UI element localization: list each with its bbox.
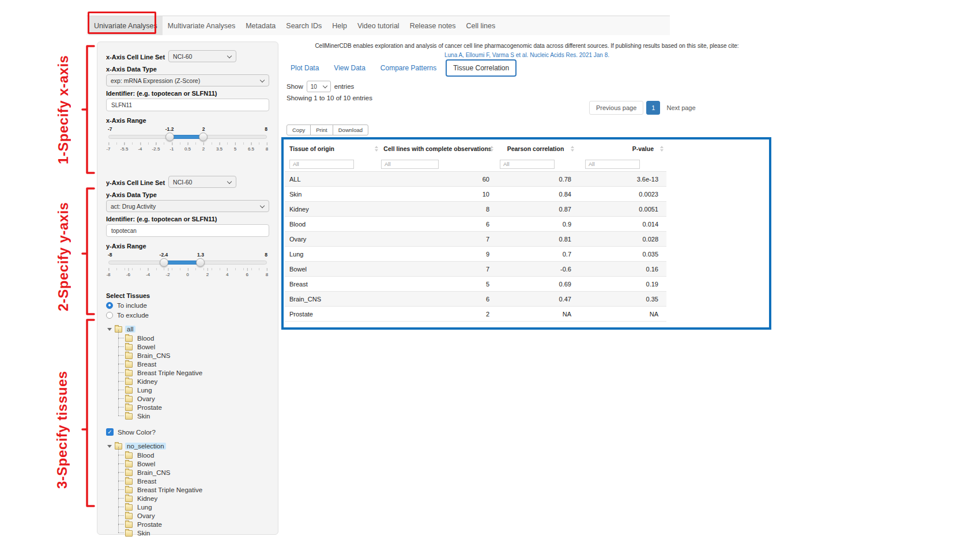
filter-input-p-value[interactable]: All xyxy=(585,160,640,169)
sort-down-arrow xyxy=(490,149,493,152)
y-axis-range-slider[interactable]: -88-2.41.3-8-6-4-202468 xyxy=(108,252,267,281)
tree-caret-icon[interactable] xyxy=(107,328,112,333)
column-header-p-value[interactable]: P-value xyxy=(576,145,665,152)
slider-handle-high[interactable] xyxy=(196,258,205,267)
navbar: Univariate AnalysesMultivariate Analyses… xyxy=(86,16,670,35)
tree-node-brain-cns[interactable]: Brain_CNS xyxy=(116,468,269,477)
folder-icon xyxy=(125,335,133,342)
tree-node-breast[interactable]: Breast xyxy=(116,360,269,368)
data-table: Tissue of originCell lines with complete… xyxy=(285,141,666,322)
tree-caret-icon[interactable] xyxy=(107,445,112,450)
folder-icon xyxy=(125,413,133,420)
tree-node-breast[interactable]: Breast xyxy=(116,477,269,485)
tree-node-prostate[interactable]: Prostate xyxy=(116,403,269,412)
previous-page-button[interactable]: Previous page xyxy=(589,101,643,115)
folder-icon xyxy=(125,530,133,537)
page-1-button[interactable]: 1 xyxy=(646,101,660,115)
folder-icon xyxy=(125,344,133,350)
table-row-brain-cns: Brain_CNS60.470.35 xyxy=(285,292,666,307)
tree-node-kidney[interactable]: Kidney xyxy=(116,377,269,386)
print-button[interactable]: Print xyxy=(310,124,333,135)
next-page-button[interactable]: Next page xyxy=(663,101,699,114)
x-axis-range-slider[interactable]: -78-1.22-7-5.5-4-2.5-10.523.556.58 xyxy=(108,126,267,155)
download-button[interactable]: Download xyxy=(333,124,368,135)
nav-item-multivariate-analyses[interactable]: Multivariate Analyses xyxy=(163,16,240,35)
folder-icon xyxy=(125,461,133,467)
slider-tick-label: 2 xyxy=(206,272,209,277)
tree-root-node: all xyxy=(107,324,269,334)
nav-item-search-ids[interactable]: Search IDs xyxy=(281,16,327,35)
tree-node-breast-triple-negative[interactable]: Breast Triple Negative xyxy=(116,485,269,494)
nav-item-release-notes[interactable]: Release notes xyxy=(405,16,461,35)
y-axis-cell-line-set-value: NCI-60 xyxy=(173,179,192,186)
filter-input-cell-lines-with-complete-observations[interactable]: All xyxy=(381,160,439,169)
tree-node-lung[interactable]: Lung xyxy=(116,503,269,511)
tree-root-node: no_selection xyxy=(107,441,269,451)
tree-node-all[interactable]: all xyxy=(125,326,135,333)
chevron-down-icon xyxy=(260,203,265,208)
tab-compare-patterns[interactable]: Compare Patterns xyxy=(375,60,442,76)
citation-link[interactable]: Luna A, Elloumi F, Varma S et al. Nuclei… xyxy=(281,52,772,58)
tree-node-bowel[interactable]: Bowel xyxy=(116,459,269,468)
copy-button[interactable]: Copy xyxy=(287,124,311,135)
tab-plot-data[interactable]: Plot Data xyxy=(285,60,325,76)
tree-node-brain-cns[interactable]: Brain_CNS xyxy=(116,351,269,360)
tree-node-bowel[interactable]: Bowel xyxy=(116,342,269,351)
tree-node-breast-triple-negative[interactable]: Breast Triple Negative xyxy=(116,368,269,377)
chevron-down-icon xyxy=(260,78,265,82)
x-axis-cell-line-set-value: NCI-60 xyxy=(173,53,192,60)
show-color-checkbox[interactable]: ✓ Show Color? xyxy=(106,428,269,436)
slider-track[interactable] xyxy=(108,261,267,265)
x-axis-identifier-label: Identifier: (e.g. topotecan or SLFN11) xyxy=(106,90,269,97)
slider-handle-high[interactable] xyxy=(199,133,208,141)
column-header-pearson-correlation[interactable]: Pearson correlation xyxy=(495,145,576,152)
tab-view-data[interactable]: View Data xyxy=(328,60,371,76)
tab-tissue-correlation[interactable]: Tissue Correlation xyxy=(446,59,517,77)
tree-node-prostate[interactable]: Prostate xyxy=(116,520,269,529)
y-axis-cell-line-set-select[interactable]: NCI-60 xyxy=(168,176,236,188)
x-axis-data-type-value: exp: mRNA Expression (Z-Score) xyxy=(111,77,200,84)
tree-node-kidney[interactable]: Kidney xyxy=(116,494,269,503)
nav-item-cell-lines[interactable]: Cell lines xyxy=(461,16,501,35)
pagination: Previous page 1 Next page xyxy=(589,101,699,115)
tree-node-ovary[interactable]: Ovary xyxy=(116,394,269,403)
nav-item-help[interactable]: Help xyxy=(327,16,352,35)
sort-down-arrow xyxy=(571,149,574,152)
slider-tick-label: 3.5 xyxy=(216,146,223,152)
tree-node-ovary[interactable]: Ovary xyxy=(116,511,269,520)
y-axis-data-type-select[interactable]: act: Drug Activity xyxy=(106,200,269,212)
tree-node-skin[interactable]: Skin xyxy=(116,412,269,420)
entries-count-select[interactable]: 10 xyxy=(307,81,331,92)
tree-node-skin[interactable]: Skin xyxy=(116,529,269,537)
tree-node-blood[interactable]: Blood xyxy=(116,451,269,459)
sort-up-arrow xyxy=(571,146,574,148)
x-axis-identifier-input[interactable]: SLFN11 xyxy=(106,99,269,111)
filter-input-tissue-of-origin[interactable]: All xyxy=(289,160,354,169)
column-header-cell-lines-with-complete-observations[interactable]: Cell lines with complete observations xyxy=(380,145,495,152)
slider-tick-label: 6 xyxy=(246,272,248,277)
slider-tick-label: 8 xyxy=(266,272,268,277)
slider-handle-low[interactable] xyxy=(160,258,168,267)
x-axis-data-type-select[interactable]: exp: mRNA Expression (Z-Score) xyxy=(106,74,269,86)
slider-tick-label: 8 xyxy=(266,146,268,152)
tissue-correlation-table: Tissue of originCell lines with complete… xyxy=(281,137,771,330)
annotation-red-box xyxy=(88,12,156,34)
slider-tick-label: 5 xyxy=(234,146,236,152)
nav-item-video-tutorial[interactable]: Video tutorial xyxy=(352,16,405,35)
tree-node-lung[interactable]: Lung xyxy=(116,386,269,394)
y-axis-identifier-input[interactable]: topotecan xyxy=(106,224,269,237)
to-exclude-radio[interactable]: To exclude xyxy=(106,312,269,319)
to-include-radio[interactable]: To include xyxy=(106,302,269,309)
table-filter-row: AllAllAllAll xyxy=(285,157,666,172)
slider-track[interactable] xyxy=(108,135,267,139)
citation-text: CellMinerCDB enables exploration and ana… xyxy=(281,43,772,49)
nav-item-metadata[interactable]: Metadata xyxy=(240,16,281,35)
column-header-tissue-of-origin[interactable]: Tissue of origin xyxy=(285,145,380,152)
tree-node-no-selection[interactable]: no_selection xyxy=(125,443,166,450)
folder-icon xyxy=(125,522,133,528)
filter-input-pearson-correlation[interactable]: All xyxy=(500,160,555,169)
annotation-specify-y-axis: 2-Specify y-axis xyxy=(55,196,73,317)
x-axis-cell-line-set-select[interactable]: NCI-60 xyxy=(168,50,236,62)
tree-node-blood[interactable]: Blood xyxy=(116,334,269,342)
slider-handle-low[interactable] xyxy=(165,133,174,141)
